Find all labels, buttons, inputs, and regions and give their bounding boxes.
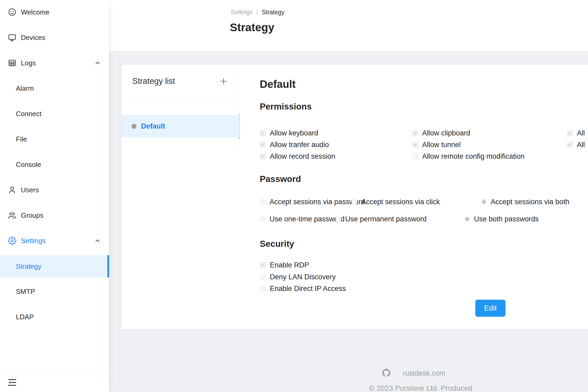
sidebar-item-label: SMTP [16, 288, 35, 296]
radio-one-time-password: Use one-time password [260, 215, 345, 224]
user-icon [8, 186, 16, 194]
sidebar-item-label: Welcome [21, 8, 49, 16]
sidebar-item-label: Alarm [16, 84, 34, 93]
sidebar-item-ldap[interactable]: LDAP [0, 309, 109, 324]
sidebar-item-label: Settings [21, 237, 46, 245]
sidebar-item-label: Console [16, 161, 41, 169]
security-heading: Security [260, 239, 294, 249]
page-header: Settings / Strategy Strategy [109, 0, 588, 51]
checkbox-allow-tunnel: Allow tunnel [412, 140, 461, 149]
checkbox-label: Allow clipboard [422, 129, 470, 137]
radio-icon [352, 199, 357, 205]
strategy-item-label: Default [141, 122, 165, 130]
radio-label: Accept sessions via click [361, 198, 440, 206]
gear-icon [8, 236, 16, 245]
github-icon[interactable] [382, 369, 390, 377]
table-icon [8, 59, 16, 67]
checkbox-allow-keyboard: Allow keyboard [260, 129, 318, 138]
monitor-icon [8, 33, 16, 42]
checkbox-enable-rdp: Enable RDP [260, 261, 309, 270]
radio-icon [464, 216, 470, 222]
sidebar-item-label: Strategy [16, 262, 42, 271]
strategy-list-item-default[interactable]: Default [122, 115, 239, 137]
menu-fold-icon[interactable] [7, 377, 17, 388]
radio-icon [260, 199, 266, 205]
checkbox-enable-direct-ip: Enable Direct IP Access [260, 284, 346, 293]
checkbox-label: Enable Direct IP Access [270, 285, 346, 293]
chevron-up-icon [94, 60, 101, 66]
sidebar-item-users[interactable]: Users [0, 183, 109, 197]
list-header-divider [122, 100, 240, 100]
checkbox-label: Allow record session [270, 152, 335, 161]
checkbox-icon [260, 142, 266, 148]
checkbox-allow-record-session: Allow record session [260, 152, 335, 161]
sidebar-item-label: Connect [16, 110, 42, 118]
checkbox-label: Allow remote config modification [422, 152, 525, 161]
breadcrumb-settings-link[interactable]: Settings [231, 9, 253, 16]
checkbox-label: Allow tranfer audio [270, 141, 329, 149]
checkbox-icon [260, 153, 266, 159]
sidebar-item-groups[interactable]: Groups [0, 208, 109, 223]
sidebar-item-console[interactable]: Console [0, 157, 109, 172]
radio-icon [260, 216, 266, 222]
sidebar-divider [0, 372, 109, 372]
users-icon [8, 211, 16, 220]
sidebar-item-label: Logs [21, 59, 36, 67]
checkbox-label: Allow keyboard [270, 129, 318, 137]
sidebar-item-file[interactable]: File [0, 132, 109, 147]
strategy-settings-page: Welcome Devices Logs Alarm Connect File [0, 0, 588, 392]
sidebar-item-settings[interactable]: Settings [0, 233, 109, 248]
checkbox-label: Allow tunnel [422, 141, 461, 149]
radio-icon [481, 199, 487, 205]
checkbox-icon [412, 130, 418, 136]
sidebar-item-connect[interactable]: Connect [0, 106, 109, 121]
radio-icon [335, 216, 341, 222]
checkbox-deny-lan-discovery: Deny LAN Discovery [260, 272, 336, 281]
sidebar-item-smtp[interactable]: SMTP [0, 284, 109, 299]
strategy-status-dot [131, 124, 136, 129]
sidebar-item-label: Devices [21, 34, 45, 42]
chevron-up-icon [94, 237, 101, 244]
checkbox-icon [260, 274, 266, 280]
checkbox-allow-clipboard: Allow clipboard [412, 129, 470, 138]
radio-label: Use both passwords [474, 215, 539, 223]
sidebar-item-devices[interactable]: Devices [0, 30, 109, 45]
breadcrumb-separator: / [256, 9, 258, 16]
add-strategy-button[interactable] [218, 76, 229, 86]
sidebar: Welcome Devices Logs Alarm Connect File [0, 0, 109, 392]
permissions-heading: Permissions [260, 102, 312, 112]
checkbox-icon [260, 262, 266, 268]
checkbox-label: Enable RDP [270, 261, 309, 269]
sidebar-item-logs[interactable]: Logs [0, 56, 109, 70]
sidebar-item-label: File [16, 135, 27, 143]
page-title: Strategy [230, 21, 274, 34]
checkbox-truncated-1: All [567, 129, 585, 138]
sidebar-item-alarm[interactable]: Alarm [0, 81, 109, 96]
selected-item-indicator-bar [107, 255, 109, 277]
radio-label: Accept sessions via both [491, 198, 569, 206]
sidebar-item-label: Groups [21, 211, 43, 220]
password-heading: Password [260, 174, 301, 184]
checkbox-icon [260, 286, 266, 292]
checkbox-icon [412, 153, 418, 159]
radio-accept-via-both: Accept sessions via both [481, 197, 569, 206]
strategy-card [122, 65, 588, 329]
checkbox-allow-transfer-audio: Allow tranfer audio [260, 140, 329, 149]
radio-permanent-password: Use permanent password [335, 215, 427, 224]
edit-button[interactable]: Edit [475, 300, 505, 317]
list-panel-separator [240, 72, 240, 155]
radio-accept-via-click: Accept sessions via click [352, 197, 440, 206]
breadcrumb: Settings / Strategy [231, 9, 284, 16]
radio-label: Accept sessions via password [270, 198, 365, 206]
radio-both-passwords: Use both passwords [464, 215, 539, 224]
sidebar-item-strategy[interactable]: Strategy [0, 255, 109, 277]
breadcrumb-current: Strategy [262, 9, 285, 16]
checkbox-label: All [577, 129, 585, 137]
rustdesk-site-link[interactable]: rustdesk.com [403, 369, 445, 377]
checkbox-icon [567, 142, 573, 148]
sidebar-item-welcome[interactable]: Welcome [0, 5, 109, 20]
checkbox-allow-remote-config: Allow remote config modification [412, 152, 525, 161]
smiley-icon [8, 8, 16, 16]
sidebar-item-label: Users [21, 186, 39, 194]
checkbox-label: All [577, 141, 585, 149]
